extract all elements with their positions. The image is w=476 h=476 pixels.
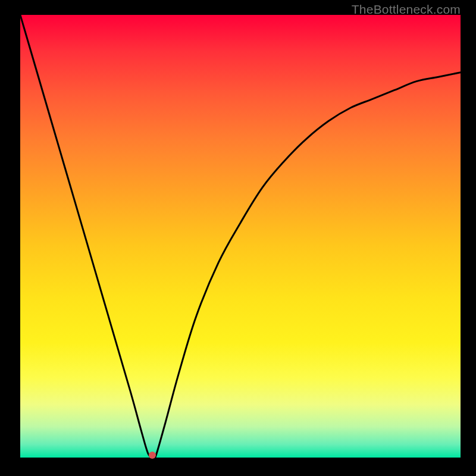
optimal-point-marker: [149, 452, 156, 459]
chart-frame: TheBottleneck.com: [0, 0, 476, 476]
plot-area: [20, 15, 461, 458]
bottleneck-curve: [20, 15, 461, 458]
curve-svg: [20, 15, 461, 458]
